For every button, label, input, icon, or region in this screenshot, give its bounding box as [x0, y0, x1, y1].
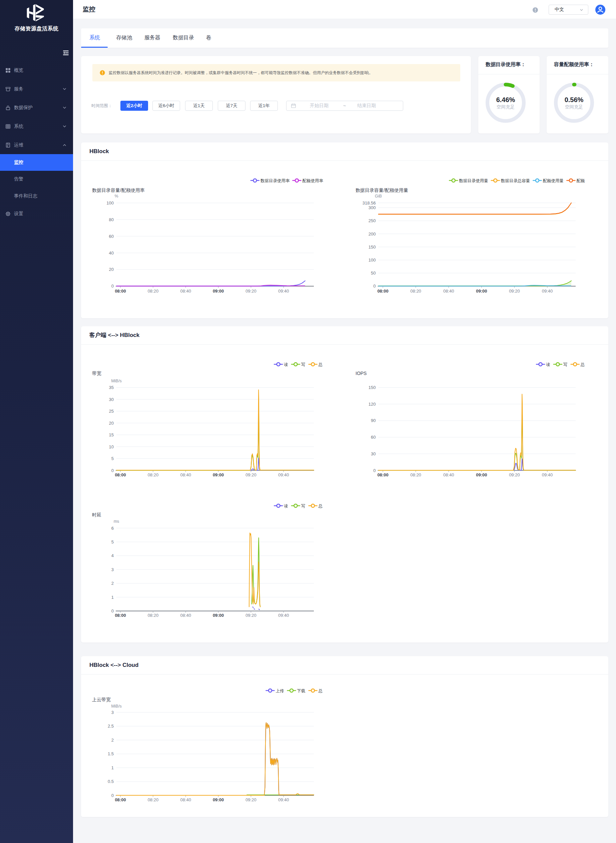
- legend-item-总[interactable]: 总: [571, 362, 585, 367]
- legend-item-数据目录总容量[interactable]: 数据目录总容量: [491, 178, 530, 183]
- y-tick-label: 0: [111, 468, 114, 473]
- y-tick-label: 2: [111, 581, 114, 586]
- legend-item-总[interactable]: 总: [309, 362, 323, 367]
- legend-item-读[interactable]: 读: [274, 362, 288, 367]
- x-tick-label: 09:00: [213, 289, 224, 294]
- language-select[interactable]: 中文: [549, 5, 588, 15]
- sidebar-subitem-事件和日志[interactable]: 事件和日志: [0, 189, 73, 203]
- gauge-card-quota-usage: 容量配额使用率： 0.56% 空间充足: [547, 56, 608, 134]
- x-tick-label: 08:00: [115, 613, 126, 618]
- tab-服务器[interactable]: 服务器: [144, 28, 160, 47]
- chart-数据目录容量/配额使用率: 02040608010008:0008:2008:4009:0009:2009:…: [81, 160, 345, 318]
- legend-item-配额使用率[interactable]: 配额使用率: [293, 178, 324, 183]
- legend-item-配额使用量[interactable]: 配额使用量: [533, 178, 564, 183]
- calendar-icon: [291, 103, 296, 108]
- legend-item-写[interactable]: 写: [292, 504, 305, 508]
- x-tick-label: 08:00: [115, 797, 126, 802]
- y-tick-label: 100: [368, 257, 376, 263]
- x-tick-label: 09:20: [245, 472, 257, 477]
- chart-带宽: 0510152025303508:0008:2008:4009:0009:200…: [81, 344, 345, 491]
- y-tick-label: 200: [368, 232, 376, 236]
- date-range-input[interactable]: 开始日期 ~ 结束日期: [286, 101, 403, 111]
- series-line-总: [378, 394, 576, 470]
- series-line-上传: [116, 723, 314, 795]
- chart-title: 数据目录容量/配额使用率: [92, 188, 145, 193]
- tab-存储池[interactable]: 存储池: [116, 28, 132, 47]
- legend-item-总[interactable]: 总: [309, 689, 323, 693]
- legend-item-读[interactable]: 读: [536, 362, 550, 367]
- start-date-placeholder[interactable]: 开始日期: [296, 103, 343, 109]
- y-axis-unit: ms: [114, 519, 119, 524]
- series-line-写: [116, 403, 314, 470]
- sidebar-item-概览[interactable]: 概览: [0, 64, 73, 77]
- sidebar-subitem-监控[interactable]: 监控: [0, 154, 73, 171]
- tab-系统[interactable]: 系统: [89, 28, 100, 47]
- time-button-近1天[interactable]: 近1天: [185, 101, 213, 111]
- menu-collapse-icon[interactable]: [63, 50, 69, 55]
- y-tick-label: 150: [368, 245, 376, 250]
- y-tick-label: 120: [368, 402, 376, 407]
- series-line-数据目录使用量: [378, 281, 571, 286]
- x-tick-label: 09:00: [476, 472, 487, 477]
- tab-数据目录[interactable]: 数据目录: [173, 28, 194, 47]
- time-button-近7天[interactable]: 近7天: [218, 101, 245, 111]
- y-axis-unit: MiB/s: [111, 379, 122, 383]
- x-tick-label: 08:00: [115, 472, 126, 477]
- legend-label: 数据目录使用率: [261, 178, 290, 183]
- y-tick-label: 10: [109, 444, 114, 449]
- sidebar-item-系统[interactable]: 系统: [0, 120, 73, 133]
- time-button-近1年[interactable]: 近1年: [250, 101, 278, 111]
- legend-item-数据目录使用量[interactable]: 数据目录使用量: [449, 178, 488, 183]
- chevron-up-icon: [63, 144, 66, 147]
- legend-item-数据目录使用率[interactable]: 数据目录使用率: [251, 178, 290, 183]
- series-line-数据目录总容量: [378, 203, 571, 214]
- time-button-近2小时[interactable]: 近2小时: [120, 101, 148, 111]
- tab-卷[interactable]: 卷: [206, 28, 211, 47]
- y-tick-label: 5: [111, 539, 114, 545]
- legend-circle-icon: [294, 504, 298, 507]
- legend-label: 配额使用量: [543, 178, 564, 183]
- legend-item-配额[interactable]: 配额: [567, 178, 585, 183]
- chart-数据目录容量/配额使用量: 050100150200250300318.5608:0008:2008:400…: [345, 160, 608, 318]
- legend-label: 数据目录总容量: [501, 178, 530, 183]
- chart-IOPS: 030609012015008:0008:2008:4009:0009:2009…: [345, 344, 608, 491]
- legend-item-下载[interactable]: 下载: [287, 689, 305, 693]
- sidebar-item-服务[interactable]: 服务: [0, 82, 73, 96]
- y-tick-label: 250: [368, 218, 376, 223]
- y-tick-label: 3: [111, 567, 114, 572]
- legend-circle-icon: [494, 179, 497, 182]
- x-tick-label: 09:00: [213, 797, 224, 802]
- y-tick-label: 40: [109, 251, 114, 256]
- legend-item-上传[interactable]: 上传: [266, 689, 285, 693]
- legend-item-写[interactable]: 写: [292, 362, 305, 367]
- gear-icon: [5, 211, 11, 216]
- sidebar-item-运维[interactable]: 运维: [0, 138, 73, 152]
- top-header: 监控 中文: [73, 0, 616, 19]
- user-avatar[interactable]: [595, 5, 605, 15]
- sidebar-item-label: 数据保护: [14, 105, 33, 111]
- time-button-近6小时[interactable]: 近6小时: [153, 101, 180, 111]
- legend-item-读[interactable]: 读: [274, 504, 288, 508]
- legend-label: 总: [318, 362, 323, 367]
- legend-label: 总: [318, 504, 323, 508]
- filter-card: 监控数据以服务器系统时间为准进行记录。时间被调整，或集群中服务器时间不统一，都可…: [81, 56, 471, 134]
- notice-text: 监控数据以服务器系统时间为准进行记录。时间被调整，或集群中服务器时间不统一，都可…: [109, 70, 373, 76]
- legend-label: 写: [301, 504, 305, 508]
- x-tick-label: 09:40: [278, 613, 289, 618]
- info-icon[interactable]: [532, 7, 538, 13]
- legend-label: 上传: [276, 689, 285, 693]
- legend-item-写[interactable]: 写: [554, 362, 568, 367]
- sidebar-item-数据保护[interactable]: 数据保护: [0, 101, 73, 115]
- chart-title: 带宽: [92, 371, 101, 376]
- y-tick-label: 5: [111, 456, 114, 461]
- legend-item-总[interactable]: 总: [309, 504, 323, 508]
- sidebar-item-设置[interactable]: 设置: [0, 207, 73, 220]
- x-tick-label: 09:20: [245, 613, 257, 618]
- legend-circle-icon: [311, 689, 314, 692]
- gauge-card-directory-usage: 数据目录使用率： 6.46% 空间充足: [478, 56, 540, 134]
- y-tick-label: 0.5: [108, 779, 114, 784]
- sidebar-subitem-告警[interactable]: 告警: [0, 172, 73, 186]
- legend-label: 总: [580, 362, 585, 367]
- end-date-placeholder[interactable]: 结束日期: [346, 103, 387, 109]
- notice-banner: 监控数据以服务器系统时间为准进行记录。时间被调整，或集群中服务器时间不统一，都可…: [92, 64, 460, 81]
